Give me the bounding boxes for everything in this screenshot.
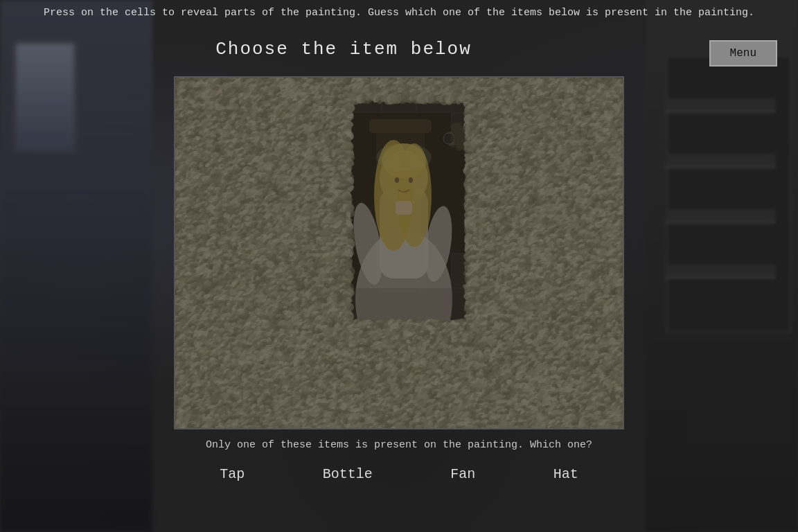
grid-cell[interactable]	[244, 78, 278, 113]
grid-cell[interactable]	[416, 113, 451, 148]
grid-cell[interactable]	[347, 253, 382, 288]
grid-cell[interactable]	[347, 148, 382, 183]
grid-cell[interactable]	[451, 218, 486, 253]
choice-fan[interactable]: Fan	[436, 462, 489, 486]
grid-cell[interactable]	[416, 183, 451, 218]
grid-cell[interactable]	[554, 113, 589, 148]
grid-cell[interactable]	[382, 253, 416, 288]
grid-cell[interactable]	[588, 323, 623, 358]
grid-cell[interactable]	[210, 358, 245, 393]
grid-cell[interactable]	[313, 323, 348, 358]
grid-cell[interactable]	[588, 253, 623, 288]
grid-cell[interactable]	[588, 113, 623, 148]
grid-cell[interactable]	[554, 253, 589, 288]
grid-cell[interactable]	[554, 218, 589, 253]
grid-cell[interactable]	[347, 323, 382, 358]
grid-cell[interactable]	[485, 113, 520, 148]
grid-cell[interactable]	[313, 78, 348, 113]
choice-hat[interactable]: Hat	[540, 462, 592, 486]
choice-tap[interactable]: Tap	[206, 462, 258, 486]
grid-cell[interactable]	[416, 358, 451, 393]
grid-cell[interactable]	[485, 393, 520, 428]
grid-cell[interactable]	[451, 113, 486, 148]
grid-cell[interactable]	[278, 288, 313, 323]
grid-cell[interactable]	[244, 393, 278, 428]
grid-cell[interactable]	[588, 288, 623, 323]
grid-cell[interactable]	[175, 113, 210, 148]
grid-cell[interactable]	[278, 253, 313, 288]
grid-cell[interactable]	[520, 148, 554, 183]
grid-cell[interactable]	[244, 323, 278, 358]
painting-container[interactable]	[174, 76, 624, 429]
grid-cell[interactable]	[485, 253, 520, 288]
menu-button[interactable]: Menu	[709, 40, 777, 66]
grid-cell[interactable]	[210, 148, 245, 183]
grid-cell[interactable]	[554, 288, 589, 323]
grid-cell[interactable]	[175, 358, 210, 393]
grid-cell[interactable]	[382, 358, 416, 393]
grid-cell[interactable]	[210, 78, 245, 113]
grid-cell[interactable]	[347, 183, 382, 218]
grid-cell[interactable]	[175, 78, 210, 113]
grid-cell[interactable]	[244, 113, 278, 148]
grid-cell[interactable]	[416, 148, 451, 183]
grid-cell[interactable]	[554, 78, 589, 113]
grid-cell[interactable]	[416, 218, 451, 253]
grid-cell[interactable]	[313, 218, 348, 253]
grid-cell[interactable]	[451, 358, 486, 393]
grid-cell[interactable]	[416, 253, 451, 288]
grid-cell[interactable]	[485, 288, 520, 323]
grid-cell[interactable]	[554, 358, 589, 393]
grid-cell[interactable]	[278, 358, 313, 393]
grid-cell[interactable]	[175, 148, 210, 183]
grid-cell[interactable]	[451, 78, 486, 113]
grid-cell[interactable]	[278, 393, 313, 428]
grid-cell[interactable]	[520, 218, 554, 253]
grid-cell[interactable]	[554, 393, 589, 428]
grid-cell[interactable]	[210, 183, 245, 218]
grid-cell[interactable]	[382, 78, 416, 113]
grid-cell[interactable]	[313, 183, 348, 218]
grid-cell[interactable]	[210, 218, 245, 253]
grid-cell[interactable]	[175, 393, 210, 428]
grid-cell[interactable]	[244, 253, 278, 288]
grid-cell[interactable]	[554, 323, 589, 358]
grid-cell[interactable]	[382, 288, 416, 323]
grid-cell[interactable]	[382, 148, 416, 183]
grid-cell[interactable]	[382, 183, 416, 218]
grid-cell[interactable]	[278, 183, 313, 218]
grid-cell[interactable]	[485, 218, 520, 253]
grid-cell[interactable]	[244, 183, 278, 218]
grid-cell[interactable]	[416, 288, 451, 323]
grid-cell[interactable]	[588, 148, 623, 183]
grid-cell[interactable]	[588, 358, 623, 393]
grid-cell[interactable]	[382, 218, 416, 253]
grid-cell[interactable]	[520, 78, 554, 113]
grid-cell[interactable]	[313, 358, 348, 393]
grid-cell[interactable]	[244, 358, 278, 393]
grid-cell[interactable]	[278, 218, 313, 253]
grid-cell[interactable]	[210, 288, 245, 323]
grid-cell[interactable]	[347, 393, 382, 428]
grid-cell[interactable]	[210, 393, 245, 428]
grid-cell[interactable]	[278, 78, 313, 113]
grid-cell[interactable]	[313, 148, 348, 183]
grid-cell[interactable]	[210, 253, 245, 288]
grid-cell[interactable]	[382, 393, 416, 428]
grid-cell[interactable]	[554, 183, 589, 218]
grid-cell[interactable]	[313, 393, 348, 428]
grid-cell[interactable]	[485, 148, 520, 183]
grid-cell[interactable]	[588, 183, 623, 218]
grid-cell[interactable]	[451, 393, 486, 428]
grid-cell[interactable]	[416, 393, 451, 428]
grid-cell[interactable]	[347, 288, 382, 323]
grid-cell[interactable]	[175, 218, 210, 253]
grid-cell[interactable]	[313, 288, 348, 323]
grid-cell[interactable]	[416, 323, 451, 358]
grid-cell[interactable]	[278, 323, 313, 358]
grid-cell[interactable]	[451, 148, 486, 183]
grid-cell[interactable]	[416, 78, 451, 113]
grid-cell[interactable]	[347, 78, 382, 113]
grid-cell[interactable]	[313, 253, 348, 288]
cell-grid[interactable]	[175, 78, 623, 428]
